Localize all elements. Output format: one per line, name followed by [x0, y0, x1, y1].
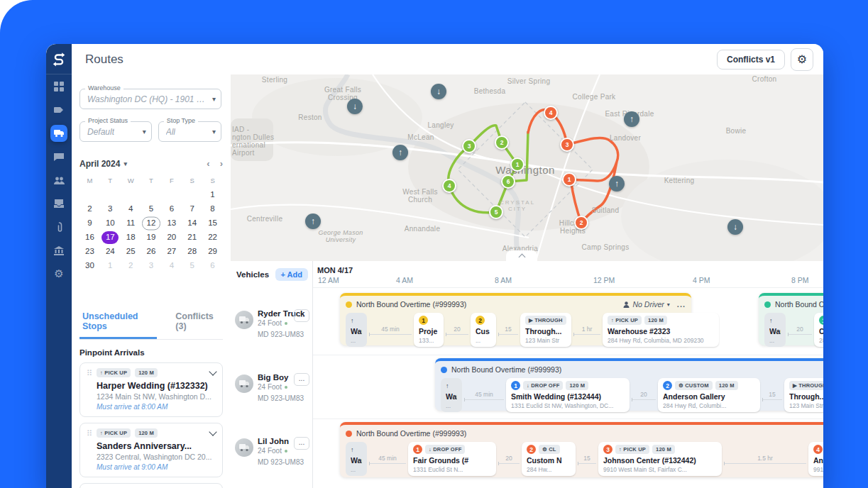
- calendar-day-cell[interactable]: 24: [100, 245, 121, 258]
- drag-handle-icon[interactable]: ⠿: [87, 430, 92, 437]
- unscheduled-stop-card[interactable]: ⠿ ↑ PICK UP 120 M Sanders Anniversary...…: [79, 423, 223, 477]
- calendar-day-cell[interactable]: [79, 188, 100, 201]
- map-arrow-button[interactable]: ↑: [609, 176, 625, 192]
- calendar-day-cell[interactable]: 21: [182, 231, 202, 244]
- map-arrow-button[interactable]: ↑: [305, 214, 321, 229]
- calendar-day-cell[interactable]: 23: [79, 245, 100, 258]
- green-route-stop-marker[interactable]: 6: [501, 174, 515, 189]
- stop-card-through[interactable]: ▶ THROUGH Through... 123 Main Str: [784, 378, 823, 412]
- calendar-day-cell[interactable]: 4: [121, 202, 141, 216]
- vehicle-row[interactable]: Big Boy 24 Foot MD 923-UM83 ...: [235, 373, 309, 402]
- map-arrow-button[interactable]: ↓: [727, 219, 743, 235]
- calendar-day-cell[interactable]: 5: [141, 202, 162, 216]
- calendar-day-cell[interactable]: 17: [100, 231, 121, 244]
- vehicle-menu-button[interactable]: ...: [294, 373, 309, 386]
- route-menu-button[interactable]: ...: [677, 300, 686, 309]
- orange-route-stop-marker[interactable]: 3: [560, 138, 574, 152]
- calendar-day-cell[interactable]: 30: [79, 259, 100, 272]
- map-arrow-button[interactable]: ↑: [392, 145, 408, 160]
- calendar-day-cell[interactable]: 4: [161, 259, 182, 272]
- vehicle-row[interactable]: Lil John 24 Foot MD 923-UM83 ...: [235, 437, 309, 466]
- calendar-day-cell[interactable]: 12: [141, 216, 162, 230]
- calendar-day-cell[interactable]: 26: [141, 245, 162, 258]
- stop-card-through[interactable]: ▶ THROUGH Through... 123 Main Str: [520, 313, 571, 347]
- stop-card-warehouse[interactable]: ↑ War ...: [346, 313, 367, 347]
- drag-handle-icon[interactable]: ⠿: [87, 370, 92, 377]
- stop-card[interactable]: 1 Cus 284: [814, 313, 823, 347]
- stop-card-warehouse[interactable]: ↑ War ...: [441, 378, 462, 412]
- calendar-day-cell[interactable]: 25: [121, 245, 141, 258]
- calendar-day-cell[interactable]: 15: [202, 216, 223, 230]
- calendar-day-cell[interactable]: 18: [121, 231, 141, 244]
- sidebar-item-attachments[interactable]: [50, 218, 67, 235]
- vehicle-row[interactable]: Ryder Truck 24 Foot MD 923-UM83 ...: [235, 309, 309, 338]
- calendar-day-cell[interactable]: 6: [161, 202, 182, 216]
- calendar-day-cell[interactable]: 2: [121, 259, 141, 272]
- calendar-day-cell[interactable]: [121, 188, 141, 201]
- calendar-day-cell[interactable]: 16: [79, 231, 100, 244]
- stop-card[interactable]: 2⚙ CUSTOM120 M Anderson Gallery 284 Hwy …: [658, 378, 760, 412]
- sidebar-item-inbox[interactable]: [50, 195, 67, 212]
- sidebar-item-dashboard[interactable]: [50, 78, 67, 95]
- route-card-yellow[interactable]: North Bound Overtime (#999993) No Driver…: [340, 293, 691, 345]
- calendar-day-cell[interactable]: 19: [141, 231, 162, 244]
- calendar-day-cell[interactable]: 29: [202, 245, 223, 258]
- calendar-day-cell[interactable]: 22: [202, 231, 223, 244]
- map-collapse-handle[interactable]: [506, 250, 537, 261]
- sidebar-item-tags[interactable]: [50, 101, 67, 118]
- calendar-day-cell[interactable]: 14: [182, 216, 202, 230]
- calendar-day-cell[interactable]: 5: [182, 259, 202, 272]
- routes-map[interactable]: SterlingGreat Falls CrossingRestonIAD - …: [231, 74, 823, 261]
- stop-card[interactable]: 3↑ PICK UP120 M Johnson Center (#132442)…: [598, 442, 722, 476]
- stop-card[interactable]: 2⚙ CL Custom N 284 Hw...: [522, 442, 576, 476]
- orange-route-stop-marker[interactable]: 1: [562, 172, 576, 187]
- calendar-next-button[interactable]: ›: [220, 158, 223, 169]
- warehouse-select[interactable]: Warehouse Washington DC (HQ) - 1901 L St…: [79, 89, 221, 109]
- calendar-day-cell[interactable]: 27: [161, 245, 182, 258]
- green-route-stop-marker[interactable]: 3: [462, 139, 476, 153]
- stop-card[interactable]: 2 Cus ...: [471, 313, 496, 347]
- sidebar-item-messages[interactable]: [50, 148, 67, 165]
- calendar-day-cell[interactable]: 7: [182, 202, 202, 216]
- map-arrow-button[interactable]: ↓: [347, 99, 363, 114]
- route-card-blue[interactable]: North Bound Overtime (#999993) ↑ War ...…: [435, 358, 823, 411]
- sidebar-item-team[interactable]: [50, 172, 67, 189]
- stop-card-warehouse[interactable]: ↑ War ...: [346, 442, 367, 476]
- tab-unscheduled-stops[interactable]: Unscheduled Stops: [79, 307, 157, 339]
- calendar-day-cell[interactable]: [141, 188, 162, 201]
- calendar-day-cell[interactable]: 3: [141, 259, 162, 272]
- unscheduled-stop-card[interactable]: ⠿ ↑ PICK UP 120 M Spring Flower Gala... …: [79, 483, 223, 488]
- route-card-orange[interactable]: North Bound Overtime (#999993) ↑ War ...…: [340, 422, 823, 477]
- add-vehicle-button[interactable]: + Add: [275, 268, 308, 281]
- calendar-day-cell[interactable]: 13: [161, 216, 182, 230]
- vehicle-menu-button[interactable]: ...: [294, 437, 309, 450]
- app-logo[interactable]: [46, 44, 72, 74]
- calendar-day-cell[interactable]: 9: [79, 216, 100, 230]
- unscheduled-stop-card[interactable]: ⠿ ↑ PICK UP 120 M Harper Wedding (#13233…: [79, 362, 223, 417]
- sidebar-item-settings[interactable]: ⚙: [50, 265, 67, 282]
- green-route-stop-marker[interactable]: 1: [510, 157, 524, 172]
- calendar-day-cell[interactable]: 3: [100, 202, 121, 216]
- calendar-day-cell[interactable]: 8: [202, 202, 223, 216]
- map-arrow-button[interactable]: ↑: [624, 111, 639, 127]
- calendar-day-cell[interactable]: 11: [121, 216, 141, 230]
- calendar-day-cell[interactable]: 1: [100, 259, 121, 272]
- project-status-select[interactable]: Project Status Default ▾: [79, 121, 152, 142]
- green-route-stop-marker[interactable]: 5: [489, 205, 503, 219]
- calendar-day-cell[interactable]: [161, 188, 182, 201]
- stop-card[interactable]: 1↓ DROP OFF120 M Smith Wedding (#132444)…: [506, 378, 630, 412]
- orange-route-stop-marker[interactable]: 2: [574, 216, 588, 230]
- calendar-month-select[interactable]: April 2024: [79, 159, 120, 169]
- calendar-day-cell[interactable]: [100, 188, 121, 201]
- calendar-day-cell[interactable]: 1: [202, 188, 223, 201]
- calendar-day-cell[interactable]: 20: [161, 231, 182, 244]
- green-route-stop-marker[interactable]: 4: [442, 179, 456, 193]
- vehicle-menu-button[interactable]: ...: [294, 309, 309, 322]
- stop-card[interactable]: 1↓ DROP OFF Fair Grounds (# 1331 Euclid …: [408, 442, 496, 476]
- orange-route-stop-marker[interactable]: 4: [544, 106, 558, 120]
- stop-card[interactable]: 1 Proje 133...: [414, 313, 444, 347]
- conflicts-version-button[interactable]: Conflicts v1: [717, 50, 785, 70]
- green-route-stop-marker[interactable]: 2: [495, 135, 509, 150]
- stop-card[interactable]: 4↑ PICK UP120 M Ann School (#132452) 991…: [808, 442, 823, 476]
- settings-button[interactable]: ⚙: [791, 48, 813, 71]
